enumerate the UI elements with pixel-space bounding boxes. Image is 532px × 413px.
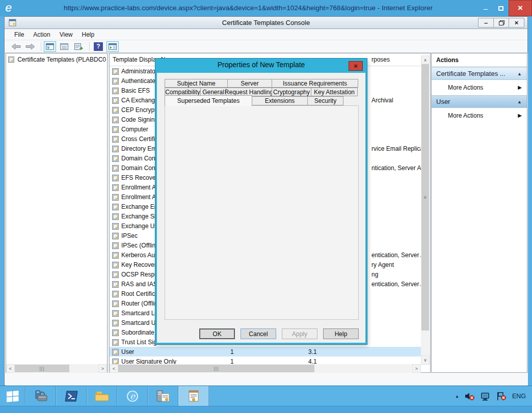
tab-subject-name[interactable]: Subject Name <box>165 79 228 88</box>
collapse-icon[interactable]: ▲ <box>517 71 527 76</box>
restore-icon <box>499 20 504 25</box>
console-close-button[interactable]: × <box>509 18 524 27</box>
toolbar-separator <box>89 42 90 51</box>
show-console-tree-button[interactable] <box>44 41 56 52</box>
ie-minimize-button[interactable]: – <box>478 0 493 16</box>
scrollbar-thumb[interactable]: ||| <box>118 365 314 372</box>
windows-start-icon <box>6 390 19 402</box>
file-explorer-taskbar-button[interactable] <box>87 386 117 406</box>
ie-close-button[interactable]: × <box>509 0 532 16</box>
list-vertical-scrollbar[interactable]: ∧ ≡ ∨ <box>421 56 430 365</box>
console-minimize-button[interactable]: – <box>478 18 494 27</box>
desktop: Certificate Templates Console – × File A… <box>0 16 532 386</box>
menu-file[interactable]: File <box>10 30 29 40</box>
tab-server[interactable]: Server <box>227 79 272 88</box>
scrollbar-thumb[interactable]: ≡ <box>421 64 429 331</box>
network-icon[interactable] <box>481 392 491 401</box>
help-button-dialog[interactable]: Help <box>323 328 359 339</box>
action-pane-icon <box>109 43 117 50</box>
folder-icon <box>94 390 110 402</box>
certificate-templates-taskbar-button[interactable] <box>178 386 209 406</box>
menu-help[interactable]: Help <box>77 30 99 40</box>
start-button[interactable] <box>0 386 25 406</box>
tab-issuance-requirements[interactable]: Issuance Requirements <box>272 79 358 88</box>
actions-section-user[interactable]: User ▲ <box>432 95 527 108</box>
volume-muted-icon[interactable] <box>465 392 475 401</box>
internet-explorer-taskbar-button[interactable]: e <box>117 386 148 406</box>
back-button[interactable] <box>10 41 22 52</box>
menu-bar: File Action View Help <box>5 29 527 40</box>
more-actions-user[interactable]: More Actions ▶ <box>432 108 527 122</box>
forward-button[interactable] <box>24 41 36 52</box>
action-center-flag-icon[interactable] <box>496 392 507 401</box>
dialog-close-button[interactable]: × <box>349 61 363 71</box>
collapse-icon[interactable]: ▲ <box>517 99 527 104</box>
ie-titlebar: e https://www.practice-labs.com/device.a… <box>0 0 532 16</box>
tab-extensions[interactable]: Extensions <box>252 96 308 105</box>
svg-text:e: e <box>130 391 136 401</box>
maximize-icon <box>498 6 503 11</box>
properties-dialog: Properties of New Template × Subject Nam… <box>155 59 367 344</box>
certification-authority-icon <box>155 390 171 403</box>
properties-icon <box>60 43 68 50</box>
system-tray: ▲ ENG <box>455 386 526 406</box>
list-horizontal-scrollbar[interactable]: < ||| > <box>110 364 421 373</box>
actions-pane: Actions Certificate Templates ... ▲ More… <box>431 53 527 373</box>
server-manager-icon <box>34 390 48 403</box>
certificate-templates-console-icon <box>187 390 200 403</box>
tab-key-attestation[interactable]: Key Attestation <box>311 88 358 96</box>
dialog-titlebar: Properties of New Template × <box>157 60 365 73</box>
submenu-arrow-icon: ▶ <box>518 113 527 118</box>
certification-authority-taskbar-button[interactable] <box>148 386 178 406</box>
back-arrow-icon <box>11 43 21 50</box>
ie-title-url: https://www.practice-labs.com/device.asp… <box>36 0 461 16</box>
cancel-button[interactable]: Cancel <box>241 328 276 339</box>
internet-explorer-icon: e <box>125 390 140 403</box>
more-actions-certificate-templates[interactable]: More Actions ▶ <box>432 80 527 94</box>
forward-arrow-icon <box>25 43 35 50</box>
scroll-left-icon[interactable]: < <box>6 364 15 373</box>
tree-item-certificate-templates[interactable]: Certificate Templates (PLABDC0 <box>8 56 106 63</box>
export-list-button[interactable] <box>72 41 85 52</box>
tab-security[interactable]: Security <box>307 96 343 105</box>
powershell-taskbar-button[interactable] <box>56 386 87 406</box>
scroll-left-icon[interactable]: < <box>110 364 118 373</box>
console-title: Certificate Templates Console <box>5 17 527 29</box>
toolbar-separator <box>41 42 41 51</box>
scrollbar-thumb[interactable]: ||| <box>15 365 69 372</box>
ok-button[interactable]: OK <box>199 328 235 339</box>
column-header-intended-purposes[interactable]: rposes <box>371 56 390 63</box>
help-button[interactable]: ? <box>92 41 104 52</box>
certificate-templates-icon <box>8 56 14 63</box>
menu-view[interactable]: View <box>55 30 77 40</box>
scroll-down-icon[interactable]: ∨ <box>421 355 430 365</box>
ie-maximize-button[interactable] <box>493 0 509 16</box>
menu-action[interactable]: Action <box>29 30 55 40</box>
help-icon: ? <box>94 42 103 51</box>
console-tree-icon <box>46 43 54 50</box>
tab-cryptography[interactable]: Cryptography <box>272 88 311 96</box>
toolbar: ? <box>5 40 527 53</box>
template-row[interactable]: User13.1 <box>110 347 421 356</box>
tab-row-3: Superseded Templates Extensions Security <box>165 96 343 106</box>
language-indicator[interactable]: ENG <box>512 393 526 400</box>
server-manager-taskbar-button[interactable] <box>25 386 56 406</box>
show-action-pane-button[interactable] <box>107 41 119 52</box>
apply-button[interactable]: Apply <box>282 328 317 339</box>
tab-row-1: Subject Name Server Issuance Requirement… <box>165 79 358 88</box>
actions-pane-title: Actions <box>432 53 527 67</box>
console-titlebar: Certificate Templates Console – × <box>5 17 527 29</box>
tab-page-superseded-templates <box>165 105 359 320</box>
scroll-up-icon[interactable]: ∧ <box>421 56 430 64</box>
tab-superseded-templates[interactable]: Superseded Templates <box>165 95 252 106</box>
dialog-title: Properties of New Template <box>157 61 365 69</box>
scroll-right-icon[interactable]: > <box>412 364 421 373</box>
properties-button[interactable] <box>58 41 70 52</box>
tray-expand-icon[interactable]: ▲ <box>455 394 459 399</box>
console-restore-button[interactable] <box>493 18 509 27</box>
scroll-right-icon[interactable]: > <box>98 364 107 373</box>
taskbar: e ▲ ENG <box>0 386 532 406</box>
actions-section-certificate-templates[interactable]: Certificate Templates ... ▲ <box>432 67 527 80</box>
tree-pane: Certificate Templates (PLABDC0 < ||| > <box>6 53 108 373</box>
tree-horizontal-scrollbar[interactable]: < ||| > <box>6 364 107 373</box>
